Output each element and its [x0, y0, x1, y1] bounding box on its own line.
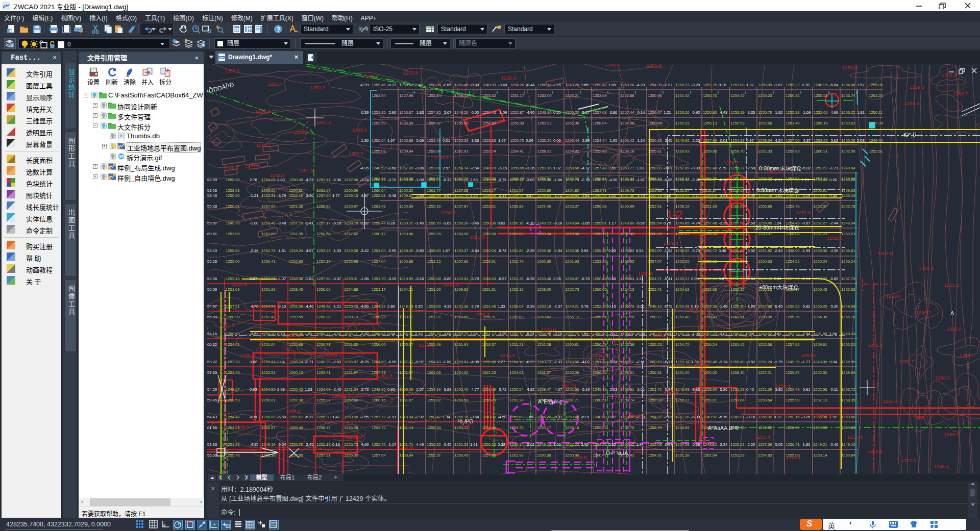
- svg-text:1257.9: 1257.9: [398, 444, 413, 450]
- svg-text:1260.1: 1260.1: [459, 424, 474, 429]
- svg-text:1259.6: 1259.6: [245, 163, 260, 168]
- svg-text:1253.1: 1253.1: [786, 454, 801, 460]
- svg-text:1251.9: 1251.9: [592, 352, 607, 358]
- svg-text:0-30mm 末块煤仓: 0-30mm 末块煤仓: [756, 187, 799, 193]
- svg-text:1248.1: 1248.1: [327, 352, 341, 358]
- svg-text:1249.6: 1249.6: [419, 342, 433, 348]
- svg-text:1249.4: 1249.4: [224, 165, 238, 170]
- svg-text:1250.2: 1250.2: [255, 108, 270, 114]
- svg-text:1251.0: 1251.0: [316, 119, 331, 125]
- svg-text:1259.6: 1259.6: [910, 84, 924, 90]
- svg-text:1259.0: 1259.0: [842, 65, 857, 70]
- svg-text:1260.0: 1260.0: [441, 210, 456, 215]
- svg-text:1250.7: 1250.7: [953, 91, 968, 96]
- svg-text:1261.8: 1261.8: [347, 434, 362, 440]
- svg-text:1254.1: 1254.1: [776, 383, 791, 389]
- svg-text:1248.6: 1248.6: [684, 307, 699, 312]
- svg-text:1249.2: 1249.2: [904, 100, 919, 106]
- svg-text:1254.9: 1254.9: [500, 352, 515, 358]
- svg-text:1259.3: 1259.3: [628, 414, 643, 419]
- svg-text:1249.6: 1249.6: [352, 127, 367, 133]
- svg-text:1255.9: 1255.9: [501, 75, 516, 81]
- svg-text:?: ?: [277, 26, 281, 33]
- svg-text:1253.8: 1253.8: [403, 70, 418, 75]
- svg-text:1251.0: 1251.0: [470, 234, 484, 240]
- svg-text:1255.5: 1255.5: [664, 388, 678, 394]
- svg-text:1252.3: 1252.3: [434, 155, 449, 160]
- svg-text:1254.1: 1254.1: [960, 352, 974, 358]
- svg-text:1261.2: 1261.2: [219, 322, 234, 327]
- svg-text:1253.7: 1253.7: [633, 448, 648, 454]
- svg-text:1251.6: 1251.6: [561, 383, 576, 389]
- svg-text:1254.3: 1254.3: [475, 312, 489, 317]
- svg-text:1251.6: 1251.6: [299, 168, 313, 173]
- svg-text:1249.8: 1249.8: [664, 240, 678, 246]
- svg-text:1256.1: 1256.1: [868, 342, 883, 348]
- svg-text:1255.9: 1255.9: [225, 68, 239, 73]
- svg-text:1260.8: 1260.8: [653, 332, 668, 338]
- svg-text:1258.3: 1258.3: [349, 150, 363, 156]
- svg-text:1249.2: 1249.2: [916, 310, 931, 315]
- svg-text:1249.9: 1249.9: [572, 454, 586, 460]
- svg-text:1248.5: 1248.5: [235, 424, 250, 429]
- svg-text:1257.7: 1257.7: [899, 359, 914, 364]
- svg-text:1254.0: 1254.0: [556, 138, 571, 144]
- svg-text:DWG: DWG: [218, 56, 225, 59]
- svg-text:1254.7: 1254.7: [724, 160, 739, 165]
- svg-text:1256.0: 1256.0: [947, 326, 962, 332]
- svg-text:Ö÷³ ¹øµA: Ö÷³ ¹øµA: [606, 450, 628, 456]
- svg-text:1259.0: 1259.0: [541, 327, 556, 333]
- svg-text:1261.0: 1261.0: [363, 73, 378, 79]
- svg-text:20-80mm中块煤仓: 20-80mm中块煤仓: [755, 224, 800, 231]
- svg-text:A°AäAA.Ø¹©: A°AäAA.Ø¹©: [708, 425, 739, 431]
- svg-text:1256.9: 1256.9: [293, 129, 308, 135]
- svg-text:1261.6: 1261.6: [378, 373, 393, 378]
- svg-text:1249.5: 1249.5: [605, 64, 620, 67]
- svg-text:1251.3: 1251.3: [817, 414, 831, 419]
- svg-text:1248.4: 1248.4: [934, 464, 949, 469]
- svg-text:1256.3: 1256.3: [935, 375, 950, 381]
- svg-text:Ю°¸б: Ю°¸б: [903, 132, 916, 138]
- svg-text:1253.0: 1253.0: [801, 352, 816, 358]
- svg-text:1259.9: 1259.9: [286, 332, 301, 338]
- svg-text:1257.8: 1257.8: [286, 409, 301, 414]
- svg-text:GIF: GIF: [118, 155, 124, 158]
- svg-text:1256.9: 1256.9: [647, 64, 662, 68]
- svg-text:1259.4: 1259.4: [240, 352, 255, 358]
- svg-text:1252.4: 1252.4: [755, 434, 770, 440]
- svg-text:1250.2: 1250.2: [310, 85, 325, 90]
- svg-text:1260.6: 1260.6: [694, 363, 709, 368]
- svg-text:1-2: 1-2: [667, 208, 683, 221]
- svg-text:1258.1: 1258.1: [914, 415, 928, 420]
- svg-text:1253.0: 1253.0: [886, 293, 901, 299]
- svg-text:¹ò¸ä²Ö: ¹ò¸ä²Ö: [458, 418, 473, 425]
- svg-text:1256.9: 1256.9: [232, 281, 247, 287]
- svg-text:1251.2: 1251.2: [332, 393, 347, 399]
- svg-text:1250.2: 1250.2: [868, 448, 883, 454]
- svg-text:1259.1: 1259.1: [827, 235, 842, 241]
- svg-text:1260.1: 1260.1: [256, 142, 271, 148]
- svg-text:+80mm大块煤仓: +80mm大块煤仓: [759, 284, 799, 290]
- svg-text:A°Eó³µ¼ç: A°Eó³µ¼ç: [538, 398, 562, 404]
- svg-text:1257.0: 1257.0: [878, 250, 893, 256]
- svg-text:0-30mm 末块煤仓: 0-30mm 末块煤仓: [759, 165, 802, 171]
- svg-text:1254.3: 1254.3: [883, 398, 898, 404]
- svg-text:1257.1: 1257.1: [444, 281, 459, 287]
- svg-text:1260.0: 1260.0: [638, 271, 653, 276]
- svg-text:1249.9: 1249.9: [919, 266, 934, 271]
- svg-text:1259.9: 1259.9: [944, 432, 959, 437]
- svg-text:1261.5: 1261.5: [510, 444, 525, 450]
- svg-text:1251.3: 1251.3: [944, 282, 959, 288]
- svg-text:A -: A -: [950, 310, 958, 316]
- svg-text:1252.5: 1252.5: [270, 172, 285, 178]
- svg-text:1251.6: 1251.6: [796, 210, 811, 215]
- svg-text:1257.0: 1257.0: [901, 458, 916, 463]
- svg-text:1253.4: 1253.4: [268, 81, 283, 87]
- svg-text:1255.4: 1255.4: [847, 434, 862, 440]
